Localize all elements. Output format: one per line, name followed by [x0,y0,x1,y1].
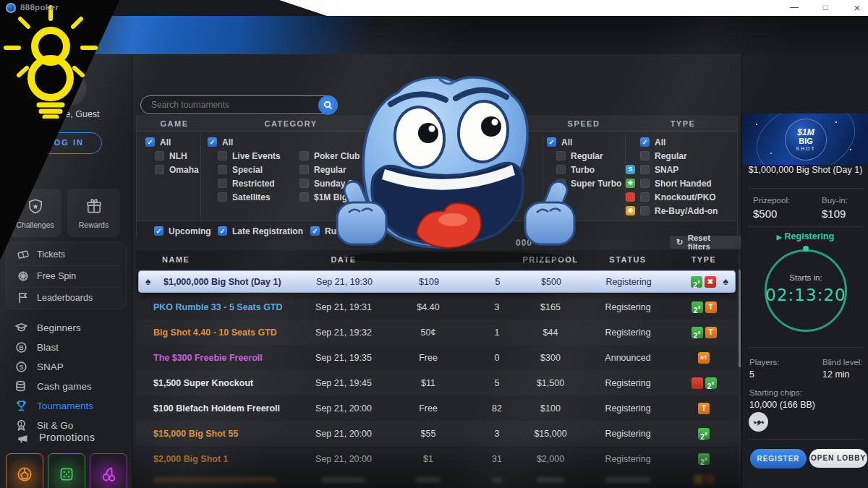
satellite-icon [753,416,765,428]
tournament-row[interactable]: Big Shot 4.40 - 10 Seats GTDSep 21, 19:3… [136,320,738,345]
maximize-button[interactable]: □ [814,0,836,16]
app-logo-icon [6,3,16,13]
checkbox-short-handed[interactable] [640,179,650,188]
tournament-row[interactable]: $2,000 Big Shot 1Sep 21, 20:00$131$2,000… [136,446,738,471]
tournament-buyin: Free [378,353,479,363]
sidebar-item-beginners[interactable]: Beginners [0,318,132,338]
checkbox-re-buy-add-on[interactable] [640,206,650,215]
table-scrollbar[interactable] [739,270,741,488]
tournament-row[interactable]: $1,000,000 Big Shot (Day 1)♠Sep 21, 19:3… [138,270,736,293]
tournament-row[interactable]: PKO Rumble 33 - 5 Seats GTDSep 21, 19:31… [136,294,738,320]
checkbox-satellites[interactable] [218,192,227,202]
rewards-label: Rewards [79,221,109,229]
challenges-card[interactable]: Challenges [9,189,61,237]
ko-type-icon [626,192,635,202]
sidebar-item-tickets[interactable]: Tickets [7,244,127,265]
tournament-row[interactable]: $100 Blefach Holdem FreerollSep 21, 20:0… [136,395,738,421]
ticket-icon [17,248,30,261]
leaderboards-label: Leaderboards [37,293,93,303]
search-input[interactable] [141,100,337,110]
tournament-players: 5 [480,277,516,287]
checkbox-all[interactable] [208,137,217,147]
filter-option-upcoming[interactable]: Upcoming [154,224,211,238]
checkbox-special[interactable] [218,165,227,174]
checkbox-runni[interactable] [310,226,320,236]
tournament-row[interactable]: $15,000 Big Shot 55Sep 21, 20:00$553$15,… [136,421,738,446]
checkbox-knockout-pko[interactable] [640,192,650,202]
checkbox-omaha[interactable] [155,165,164,174]
sidebar-item-free-spin[interactable]: Free Spin [7,265,127,287]
register-button[interactable]: REGISTER [750,449,807,468]
sidebar-item-tournaments[interactable]: Tournaments [0,396,132,416]
sidebar-item-leaderboards[interactable]: Leaderboards [7,287,127,309]
t-badge-icon: T [705,327,717,338]
sidebar-item-cash-games[interactable]: Cash games [0,377,132,396]
checkbox-all[interactable] [145,137,155,147]
checkbox-upcoming[interactable] [154,226,163,236]
filter-option-all[interactable]: All [208,135,233,149]
checkbox-sunday-sa[interactable] [299,179,309,188]
filter-option-nlh[interactable]: NLH [155,149,199,163]
filter-option-all[interactable]: All [626,135,718,149]
tournament-date: Sep 21, 19:31 [310,302,378,312]
checkbox-all[interactable] [640,137,650,147]
2x-badge-icon: 2x [705,377,717,389]
sport-promo-tile[interactable] [6,453,43,488]
checkbox-live-events[interactable] [218,151,227,160]
filter-option-snap[interactable]: SSNAP [626,163,718,176]
rewards-card[interactable]: Rewards [67,189,120,237]
challenges-label: Challenges [16,221,54,229]
t-badge-icon: T [705,301,717,313]
sidebar-item-snap[interactable]: S SNAP [0,357,132,377]
checkbox-regular[interactable] [299,165,309,174]
col-header-type[interactable]: TYPE [670,255,738,264]
checkbox-regular[interactable] [640,151,650,160]
tournament-prizepool: $1,500 [515,378,586,388]
tournament-row[interactable]: $1,500 Super KnockoutSep 21, 19:45$115$1… [136,370,738,395]
wallet-panel: Tickets Free Spin Leaderboards [6,242,127,309]
filter-option-restricted[interactable]: Restricted [218,176,281,190]
promotions-label: Promotions [39,432,95,443]
casino-promo-tile[interactable] [48,453,85,488]
filter-option-live-events[interactable]: Live Events [218,149,281,163]
checkbox-1m-big-sho[interactable] [299,192,309,202]
filter-option-regular[interactable]: Regular [626,149,718,163]
scrollbar-thumb[interactable] [739,270,741,367]
filter-option-all[interactable]: All [145,135,199,149]
close-button[interactable]: × [846,0,868,16]
filter-option-label: Knockout/PKO [655,192,716,202]
tournament-date: Sep 21, 20:00 [310,454,378,464]
cash-games-label: Cash games [37,381,92,392]
sidebar-item-blast[interactable]: B Blast [0,338,132,357]
tickets-label: Tickets [37,249,65,260]
checkbox-late-registration[interactable] [218,226,227,236]
slots-promo-tile[interactable] [90,453,127,488]
sidebar-item-promotions[interactable]: Promotions [0,430,132,445]
tournament-status: Registering [586,378,670,388]
checkbox-nlh[interactable] [155,151,164,160]
filter-option-special[interactable]: Special [218,163,281,176]
filter-option-short-handed[interactable]: ✳Short Handed [626,176,718,190]
tournament-name: $1,500 Super Knockout [136,378,310,388]
sidebar-login-button[interactable]: LOG IN [30,132,102,154]
col-header-status[interactable]: STATUS [586,255,670,264]
minimize-button[interactable]: — [783,0,805,16]
flag-icon [17,291,30,304]
filter-option-late-registration[interactable]: Late Registration [218,224,303,238]
2x-badge-icon: 2x [691,276,702,288]
filter-option-re-buy-add-on[interactable]: ⊕Re-Buy/Add-on [626,204,718,218]
checkbox-snap[interactable] [640,165,650,174]
buyin-value: $109 [822,207,846,220]
reset-filters-button[interactable]: ↻ Reset filters [670,236,741,249]
filter-option-omaha[interactable]: Omaha [155,163,199,176]
open-lobby-button[interactable]: OPEN LOBBY [809,449,867,468]
filter-option-knockout-pko[interactable]: Knockout/PKO [626,190,718,204]
tournament-type-badges: 2xT [670,327,738,338]
filter-option-satellites[interactable]: Satellites [218,190,281,204]
sports-ball-icon [15,465,34,484]
checkbox-poker-club[interactable] [299,151,309,160]
checkbox-restricted[interactable] [218,179,227,188]
col-header-name[interactable]: NAME [136,255,310,264]
filter-option-label: Satellites [232,192,271,202]
tournament-row[interactable]: The $300 Freebie FreerollSep 21, 19:35Fr… [136,345,738,370]
